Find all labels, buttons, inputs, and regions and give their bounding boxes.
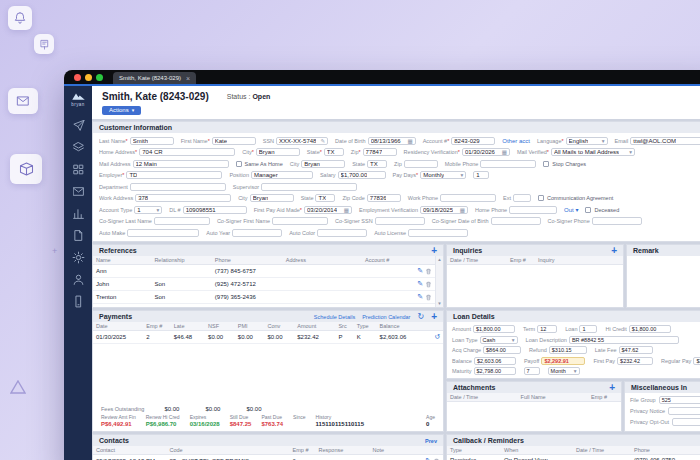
field-input-account-type[interactable]: 1▾ <box>134 206 162 214</box>
table-row[interactable]: JohnSon(925) 472-5712✎ <box>93 278 435 291</box>
loan-field-value-7[interactable]: 7 <box>524 367 540 375</box>
field-input-date-of-birth[interactable]: 08/13/1966▦ <box>368 137 416 145</box>
caret-icon[interactable]: ▾ <box>574 368 577 374</box>
field-input-ext[interactable] <box>513 194 531 202</box>
edit-icon[interactable]: ✎ <box>417 280 423 287</box>
delete-icon[interactable] <box>425 294 432 300</box>
field-input-co-signer-first-name[interactable] <box>272 217 328 225</box>
field-input-zip-code[interactable]: 77836 <box>367 194 401 202</box>
link-out[interactable]: Out ▾ <box>564 206 578 213</box>
calendar-icon[interactable]: ▦ <box>502 149 507 155</box>
tab-close-icon[interactable]: × <box>186 75 190 82</box>
field-input-co-signer-date-of-birth[interactable] <box>491 217 541 225</box>
layers-icon[interactable] <box>72 140 85 153</box>
field-input-employer[interactable]: TD <box>126 171 222 179</box>
refresh-icon[interactable]: ↻ <box>417 314 424 320</box>
close-window-button[interactable] <box>74 74 81 81</box>
edit-icon[interactable]: ✎ <box>417 267 423 274</box>
field-input-auto-color[interactable] <box>317 229 367 237</box>
undo-icon[interactable]: ↺ <box>434 333 440 340</box>
prev-link[interactable]: Prev <box>425 438 437 444</box>
loan-field-value-late-fee[interactable]: $47.62 <box>619 346 653 354</box>
checkbox-deceased[interactable]: Deceased <box>585 207 619 213</box>
edit-icon[interactable]: ✎ <box>417 293 423 300</box>
mobile-icon[interactable] <box>72 294 85 307</box>
checkbox-communication-agreement[interactable]: Communication Agreement <box>538 195 613 201</box>
field-input-first-name[interactable]: Kate <box>212 137 256 145</box>
link-other-acct[interactable]: Other acct <box>502 138 530 144</box>
caret-icon[interactable]: ▾ <box>602 138 605 144</box>
schedule-details-link[interactable]: Schedule Details <box>314 314 355 320</box>
add-payment-button[interactable]: + <box>431 314 437 320</box>
field-input-supervisor[interactable] <box>261 183 357 191</box>
delete-icon[interactable] <box>425 268 432 274</box>
field-input-dl[interactable]: 109098551 <box>183 206 247 214</box>
loan-field-value-regular-pay[interactable]: $232.42 <box>693 357 700 365</box>
table-row[interactable]: ReminderOn Record View(979) 406-0750 <box>447 455 700 460</box>
caret-icon[interactable]: ▾ <box>460 172 463 178</box>
loan-field-value-loan[interactable]: 1 <box>579 325 597 333</box>
field-input-home-address[interactable]: 704 CR <box>139 148 235 156</box>
field-input-city[interactable]: Bryan <box>256 148 300 156</box>
field-input-mail-verified[interactable]: All Mails to Mail Address▾ <box>551 148 635 156</box>
table-row[interactable]: TrentonSon(979) 365-2436✎ <box>93 291 435 304</box>
document-icon[interactable] <box>72 228 85 241</box>
loan-field-value-maturity[interactable]: $2,798.00 <box>474 367 516 375</box>
chart-icon[interactable] <box>72 206 85 219</box>
field-input-co-signer-ssn[interactable] <box>375 217 425 225</box>
apps-icon[interactable] <box>72 162 85 175</box>
table-row[interactable]: Ann(737) 845-6757✎ <box>93 265 435 278</box>
scroll-up-icon[interactable]: ▲ <box>437 257 441 262</box>
gear-icon[interactable] <box>72 250 85 263</box>
loan-field-value-loan-type[interactable]: Cash▾ <box>480 336 518 344</box>
field-input-zip[interactable]: 77847 <box>363 148 397 156</box>
field-input-last-name[interactable]: Smith <box>130 137 174 145</box>
field-input-ssn[interactable]: XXX-XX-5748✎ <box>276 137 328 145</box>
field-input-co-signer-last-name[interactable] <box>154 217 210 225</box>
user-icon[interactable] <box>72 272 85 285</box>
loan-field-value-first-pay[interactable]: $232.42 <box>617 357 653 365</box>
field-input-auto-license[interactable] <box>408 229 468 237</box>
caret-icon[interactable]: ▾ <box>156 207 159 213</box>
calendar-icon[interactable]: ▦ <box>460 207 465 213</box>
field-input-mail-address[interactable]: 12 Main <box>133 160 229 168</box>
field-input-state[interactable]: TX <box>315 194 335 202</box>
field-input-city[interactable]: Bryan <box>301 160 345 168</box>
loan-field-value-payoff[interactable]: $2,292.91 <box>541 357 585 365</box>
send-icon[interactable] <box>72 118 85 131</box>
loan-field-value-amount[interactable]: $1,800.00 <box>473 325 515 333</box>
field-input-home-phone[interactable] <box>509 206 557 214</box>
calendar-icon[interactable]: ▦ <box>407 138 412 144</box>
loan-field-value-month[interactable]: Month▾ <box>548 367 580 375</box>
mail-icon[interactable] <box>72 184 85 197</box>
field-input-pay-days[interactable]: Monthly▾ <box>420 171 466 179</box>
field-input-city[interactable]: Bryan <box>250 194 294 202</box>
remark-input[interactable] <box>627 256 700 307</box>
minimize-window-button[interactable] <box>85 74 92 81</box>
field-input-residency-verification[interactable]: 01/30/2026▦ <box>462 148 510 156</box>
caret-icon[interactable]: ▾ <box>512 337 515 343</box>
field-input-position[interactable]: Manager <box>251 171 313 179</box>
field-input-salary[interactable]: $1,700.00 <box>338 171 386 179</box>
field-input-employment-verification[interactable]: 09/18/2025▦ <box>420 206 468 214</box>
loan-field-value-acq-charge[interactable]: $864.00 <box>483 346 521 354</box>
field-input-zip[interactable] <box>404 160 438 168</box>
loan-field-value-loan-description[interactable]: BR #8842 55 <box>569 336 679 344</box>
actions-button[interactable]: Actions ▾ <box>102 106 141 115</box>
maximize-window-button[interactable] <box>96 74 103 81</box>
loan-field-value-balance[interactable]: $2,603.06 <box>474 357 516 365</box>
field-input-language[interactable]: English▾ <box>566 137 608 145</box>
field-input-co-signer-phone[interactable] <box>592 217 642 225</box>
misc-field-value[interactable] <box>668 407 700 415</box>
table-row[interactable]: 01/30/20252$46.48$0.00$0.00$0.00$232.42P… <box>93 331 443 344</box>
checkbox-same-as-home[interactable]: Same As Home <box>236 161 283 167</box>
field-input-auto-year[interactable] <box>232 229 282 237</box>
field-input-work-address[interactable]: 378 <box>135 194 231 202</box>
delete-icon[interactable] <box>425 281 432 287</box>
field-input-mobile-phone[interactable] <box>480 160 536 168</box>
calendar-icon[interactable]: ▦ <box>344 207 349 213</box>
prediction-calendar-link[interactable]: Prediction Calendar <box>362 314 410 320</box>
field-input-state[interactable]: TX <box>324 148 344 156</box>
misc-field-value[interactable]: 525 <box>659 396 700 404</box>
scrollbar[interactable]: ▲ ▼ <box>435 256 443 307</box>
